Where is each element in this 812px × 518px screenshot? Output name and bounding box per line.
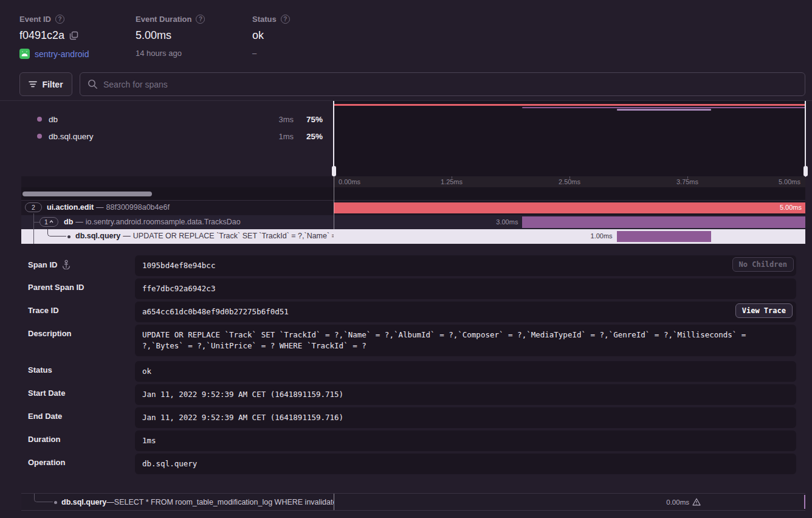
op-legend: db 3ms 75% db.sql.query 1ms 25% <box>21 101 334 177</box>
detail-row-operation: Operation db.sql.query <box>0 454 812 472</box>
children-count-badge[interactable]: 2 <box>25 202 42 212</box>
detail-row-start-date: Start Date Jan 11, 2022 9:52:39 AM CET (… <box>0 384 812 402</box>
detail-value-box: Jan 11, 2022 9:52:39 AM CET (1641891159.… <box>135 384 796 405</box>
span-op: db.sql.query <box>75 232 120 240</box>
span-bar-purple[interactable] <box>522 216 805 228</box>
span-op: db.sql.query <box>61 498 106 506</box>
span-bar-purple[interactable] <box>617 231 711 243</box>
start-date-value: Jan 11, 2022 9:52:39 AM CET (1641891159.… <box>142 390 343 399</box>
detail-value-box: 1ms <box>135 430 796 451</box>
detail-value-box: db.sql.query <box>135 454 796 474</box>
trace-id-value: a654cc61dc0b48ef9d0b27275b6f0d51 <box>142 307 289 316</box>
detail-value-box: ok <box>135 361 796 382</box>
detail-row-status: Status ok <box>0 361 812 379</box>
column-divider[interactable] <box>334 494 334 510</box>
event-id-block: Event ID ? f0491c2a sentry-android <box>19 15 89 59</box>
op-color-dot <box>37 134 42 139</box>
span-tree: 2 ui.action.edit—88f300998a0b4e6f 5.00ms… <box>21 201 805 243</box>
zero-duration-span-marker <box>804 495 805 509</box>
event-id-value: f0491c2a <box>19 29 64 42</box>
span-row-db[interactable]: 1 db—io.sentry.android.roomsample.data.T… <box>21 215 805 230</box>
duration-value: 1ms <box>142 436 156 445</box>
anchor-icon[interactable] <box>62 260 71 269</box>
children-count: 1 <box>44 218 48 226</box>
no-children-button: No Children <box>732 257 794 272</box>
minimap-right-grip[interactable] <box>803 166 808 176</box>
span-row-ui-action-edit[interactable]: 2 ui.action.edit—88f300998a0b4e6f 5.00ms <box>21 201 805 215</box>
legend-item[interactable]: db 3ms 75% <box>21 111 334 128</box>
detail-label: Description <box>28 329 72 338</box>
help-icon[interactable]: ? <box>196 15 205 24</box>
spans-toolbar: Filter <box>19 72 805 96</box>
detail-row-end-date: End Date Jan 11, 2022 9:52:39 AM CET (16… <box>0 407 812 426</box>
tree-node-dot <box>67 235 71 238</box>
span-desc: UPDATE OR REPLACE `Track` SET `TrackId` … <box>133 232 334 240</box>
warning-icon <box>692 498 701 506</box>
minimap-left-grip[interactable] <box>332 166 336 176</box>
axis-label: 5.00ms <box>779 178 800 185</box>
detail-value-box: ffe7dbc92a6942c3 <box>135 278 796 299</box>
axis-label: 0.00ms <box>339 178 360 185</box>
search-input[interactable] <box>80 73 805 95</box>
detail-row-duration: Duration 1ms <box>0 430 812 449</box>
project-name: sentry-android <box>35 49 89 59</box>
project-link[interactable]: sentry-android <box>19 49 89 59</box>
help-glyph: ? <box>58 16 61 22</box>
detail-value-box: 1095bd4ef8e94bcc No Children <box>135 255 796 276</box>
span-desc: io.sentry.android.roomsample.data.Tracks… <box>86 218 241 226</box>
spans-overview: db 3ms 75% db.sql.query 1ms 25% <box>0 100 812 176</box>
op-percent: 25% <box>294 132 323 141</box>
span-duration: 3.00ms <box>496 218 518 226</box>
detail-label: End Date <box>28 412 62 421</box>
legend-item[interactable]: db.sql.query 1ms 25% <box>21 128 334 145</box>
span-id-value: 1095bd4ef8e94bcc <box>142 261 215 270</box>
help-glyph: ? <box>283 16 287 22</box>
op-color-dot <box>37 117 42 122</box>
detail-label: Span ID <box>28 260 57 269</box>
help-icon[interactable]: ? <box>281 15 290 24</box>
minimap-span-db <box>522 107 805 109</box>
minimap-left-handle[interactable] <box>333 101 334 177</box>
axis-left-spacer <box>21 176 334 187</box>
span-row-db-sql-query-selected[interactable]: db.sql.query—UPDATE OR REPLACE `Track` S… <box>21 229 805 244</box>
detail-label: Parent Span ID <box>28 283 84 292</box>
event-duration-label: Event Duration <box>136 15 191 24</box>
tree-scroll-strip <box>21 187 805 201</box>
span-row-db-sql-query-select[interactable]: db.sql.query—SELECT * FROM room_table_mo… <box>21 493 805 511</box>
minimap-span-db-sql-query <box>617 109 711 111</box>
collapse-badge[interactable]: 1 <box>40 217 58 227</box>
status-block: Status ? ok – <box>252 15 290 58</box>
tree-connector <box>33 222 40 223</box>
column-divider[interactable] <box>334 176 334 187</box>
filter-button[interactable]: Filter <box>19 72 72 96</box>
event-duration-block: Event Duration ? 5.00ms 14 hours ago <box>136 15 205 58</box>
detail-label: Operation <box>28 458 65 467</box>
tree-node-dot <box>54 501 57 504</box>
tree-connector <box>47 229 66 237</box>
horizontal-scrollbar[interactable] <box>22 192 152 196</box>
view-trace-button[interactable]: View Trace <box>735 303 793 318</box>
detail-row-parent-span-id: Parent Span ID ffe7dbc92a6942c3 <box>0 278 812 297</box>
separator: — <box>73 218 86 226</box>
event-duration-value: 5.00ms <box>136 29 171 42</box>
copy-icon[interactable] <box>69 31 78 40</box>
span-duration: 1.00ms <box>591 232 613 240</box>
trace-minimap[interactable] <box>334 101 805 177</box>
column-divider[interactable] <box>334 187 334 201</box>
span-bar-red[interactable]: 5.00ms <box>334 202 805 214</box>
filter-icon <box>29 81 37 88</box>
column-divider[interactable] <box>334 201 334 229</box>
minimap-right-handle[interactable] <box>805 101 806 177</box>
help-icon[interactable]: ? <box>55 15 64 24</box>
op-percent: 75% <box>294 115 323 124</box>
detail-value-box: a654cc61dc0b48ef9d0b27275b6f0d51 View Tr… <box>135 302 796 322</box>
detail-label: Start Date <box>28 388 65 398</box>
minimap-span-ui-action-edit <box>334 104 805 106</box>
detail-value-box: UPDATE OR REPLACE `Track` SET `TrackId` … <box>135 325 796 356</box>
op-duration: 3ms <box>266 115 294 124</box>
tree-connector <box>33 213 34 244</box>
axis-label: 2.50ms <box>559 178 580 185</box>
span-duration: 5.00ms <box>780 204 802 211</box>
event-age: 14 hours ago <box>136 49 205 58</box>
span-detail-page: Event ID ? f0491c2a sentry-android Event… <box>0 0 812 518</box>
